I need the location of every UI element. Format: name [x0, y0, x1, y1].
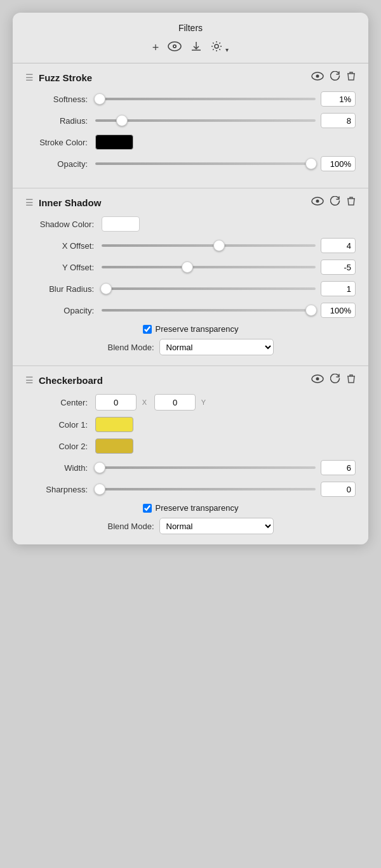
fuzz-stroke-section: ☰ Fuzz Stroke [13, 63, 368, 188]
x-offset-input[interactable] [321, 238, 356, 253]
x-offset-slider[interactable] [102, 239, 316, 252]
fuzz-opacity-input[interactable] [321, 156, 356, 171]
center-x-input[interactable] [95, 394, 137, 411]
color2-label: Color 2: [25, 442, 95, 451]
svg-point-5 [316, 75, 319, 78]
softness-label: Softness: [25, 95, 95, 104]
blur-radius-row: Blur Radius: [25, 281, 356, 296]
checkerboard-drag-handle[interactable]: ☰ [25, 375, 34, 385]
center-row: Center: X Y [25, 394, 356, 411]
svg-point-7 [316, 200, 319, 203]
checkerboard-visibility-icon[interactable] [311, 374, 324, 386]
inner-shadow-drag-handle[interactable]: ☰ [25, 197, 34, 207]
color2-row: Color 2: [25, 438, 356, 454]
softness-input[interactable] [321, 91, 356, 107]
inner-shadow-title-group: ☰ Inner Shadow [25, 197, 101, 208]
filters-panel: Filters + ▾ ☰ [13, 13, 368, 544]
x-offset-label: X Offset: [25, 241, 102, 251]
panel-title: Filters [13, 13, 368, 38]
softness-slider[interactable] [95, 93, 316, 105]
checkerboard-delete-icon[interactable] [347, 374, 356, 386]
checker-blend-mode-row: Blend Mode: Normal Multiply Screen Overl… [25, 518, 356, 534]
color2-swatch[interactable] [95, 438, 133, 454]
inner-preserve-transparency-checkbox[interactable] [143, 325, 152, 334]
shadow-color-swatch[interactable] [102, 216, 140, 232]
inner-opacity-input[interactable] [321, 303, 356, 318]
checkerboard-section: ☰ Checkerboard [13, 366, 368, 544]
radius-input[interactable] [321, 113, 356, 128]
inner-blend-mode-select[interactable]: Normal Multiply Screen Overlay Darken Li… [159, 339, 274, 355]
fuzz-stroke-actions [311, 71, 356, 84]
y-offset-label: Y Offset: [25, 263, 102, 272]
checker-blend-mode-label: Blend Mode: [108, 522, 154, 531]
stroke-color-row: Stroke Color: [25, 135, 356, 150]
svg-point-2 [174, 46, 175, 47]
y-offset-row: Y Offset: [25, 260, 356, 275]
center-y-wrapper: Y [154, 394, 206, 411]
sharpness-slider[interactable] [95, 483, 316, 496]
fuzz-stroke-header: ☰ Fuzz Stroke [25, 71, 356, 84]
checker-preserve-transparency-checkbox[interactable] [143, 504, 152, 513]
gear-icon[interactable]: ▾ [211, 41, 229, 55]
checker-blend-mode-select[interactable]: Normal Multiply Screen Overlay Darken Li… [159, 518, 274, 534]
center-y-label: Y [197, 398, 206, 406]
blur-radius-input[interactable] [321, 281, 356, 296]
fuzz-opacity-slider[interactable] [95, 157, 316, 170]
center-x-label: X [138, 398, 147, 406]
y-offset-slider[interactable] [102, 261, 316, 273]
stroke-color-label: Stroke Color: [25, 138, 95, 147]
fuzz-stroke-drag-handle[interactable]: ☰ [25, 72, 34, 82]
checkerboard-header: ☰ Checkerboard [25, 374, 356, 386]
sharpness-input[interactable] [321, 482, 356, 497]
checkerboard-actions [311, 374, 356, 386]
fuzz-opacity-row: Opacity: [25, 156, 356, 171]
eye-icon[interactable] [168, 41, 182, 55]
y-offset-input[interactable] [321, 260, 356, 275]
inner-opacity-slider[interactable] [102, 304, 316, 317]
checker-preserve-transparency-label: Preserve transparency [156, 503, 239, 513]
inner-preserve-transparency-row: Preserve transparency [25, 324, 356, 334]
inner-shadow-header: ☰ Inner Shadow [25, 196, 356, 209]
color1-row: Color 1: [25, 417, 356, 432]
inner-shadow-delete-icon[interactable] [347, 196, 356, 209]
inner-blend-mode-row: Blend Mode: Normal Multiply Screen Overl… [25, 339, 356, 355]
inner-shadow-section: ☰ Inner Shadow [13, 188, 368, 366]
toolbar: + ▾ [13, 38, 368, 63]
fuzz-stroke-title: Fuzz Stroke [39, 72, 92, 83]
radius-row: Radius: [25, 113, 356, 128]
radius-slider[interactable] [95, 114, 316, 127]
fuzz-stroke-visibility-icon[interactable] [311, 72, 324, 83]
color1-label: Color 1: [25, 420, 95, 430]
checkerboard-title: Checkerboard [39, 375, 103, 386]
inner-shadow-actions [311, 196, 356, 209]
softness-row: Softness: [25, 91, 356, 107]
shadow-color-label: Shadow Color: [25, 220, 102, 229]
center-input-group: X Y [95, 394, 206, 411]
checkerboard-reset-icon[interactable] [330, 374, 340, 386]
center-y-input[interactable] [154, 394, 196, 411]
checker-preserve-transparency-row: Preserve transparency [25, 503, 356, 513]
svg-point-9 [316, 378, 319, 381]
fuzz-stroke-delete-icon[interactable] [347, 71, 356, 84]
inner-shadow-reset-icon[interactable] [330, 196, 340, 209]
download-icon[interactable] [190, 41, 202, 55]
stroke-color-swatch[interactable] [95, 135, 133, 150]
checkerboard-title-group: ☰ Checkerboard [25, 375, 103, 386]
fuzz-stroke-reset-icon[interactable] [330, 71, 340, 84]
inner-shadow-title: Inner Shadow [39, 197, 101, 208]
color1-swatch[interactable] [95, 417, 133, 432]
add-icon[interactable]: + [152, 41, 159, 55]
shadow-color-row: Shadow Color: [25, 216, 356, 232]
inner-shadow-visibility-icon[interactable] [311, 197, 324, 208]
width-input[interactable] [321, 460, 356, 475]
fuzz-stroke-title-group: ☰ Fuzz Stroke [25, 72, 92, 83]
width-slider[interactable] [95, 461, 316, 474]
width-label: Width: [25, 463, 95, 473]
blur-radius-slider[interactable] [102, 282, 316, 295]
inner-preserve-transparency-label: Preserve transparency [156, 324, 239, 334]
radius-label: Radius: [25, 116, 95, 126]
blur-radius-label: Blur Radius: [25, 284, 102, 294]
x-offset-row: X Offset: [25, 238, 356, 253]
width-row: Width: [25, 460, 356, 475]
inner-blend-mode-label: Blend Mode: [108, 343, 154, 352]
